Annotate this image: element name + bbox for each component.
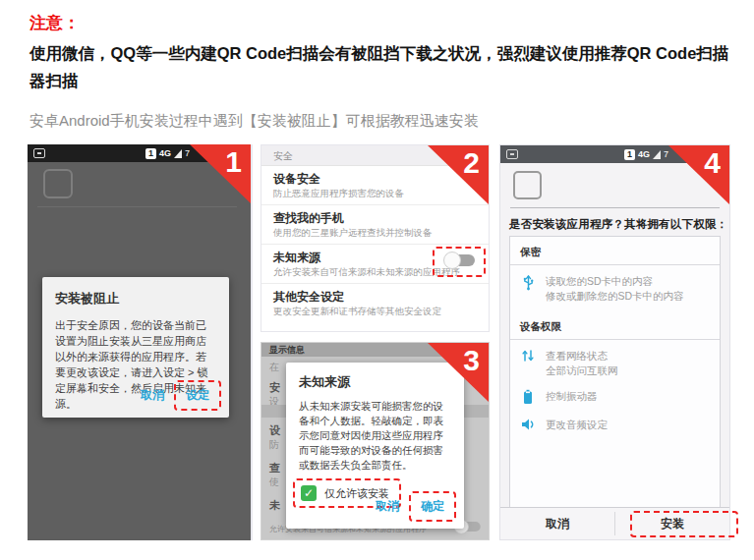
screenshot-step4: 1 4G 7 4 是否安装该应用程序？其将拥有以下权限： 保密 [499, 144, 730, 540]
dialog-buttons: 取消 确定 [366, 491, 456, 522]
setting-title: 查找我的手机 [273, 211, 477, 226]
dimmed-text: 未 [269, 498, 280, 513]
signal-strength-icon [174, 149, 182, 158]
app-icon-placeholder [43, 169, 73, 198]
setting-title: 其他安全设定 [273, 290, 477, 305]
settings-button[interactable]: 设定 [174, 380, 221, 411]
step-number: 1 [225, 145, 242, 178]
divider [510, 207, 720, 208]
setting-row-other-security[interactable]: 其他安全设定 更改安全更新和证书存储等其他安全设定 [261, 284, 489, 322]
app-icon-placeholder [513, 171, 542, 199]
setting-desc: 使用您的三星账户远程查找并控制设备 [273, 227, 477, 239]
install-prompt-title: 是否安装该应用程序？其将拥有以下权限： [509, 217, 727, 232]
cancel-button[interactable]: 取消 [500, 508, 614, 539]
divider [37, 206, 237, 207]
permission-item-storage: 读取您的SD卡中的内容 修改或删除您的SD卡中的内容 [510, 265, 720, 306]
setting-row-find-my-phone[interactable]: 查找我的手机 使用您的三星账户远程查找并控制设备 [261, 205, 489, 245]
dialog-body: 从未知来源安装可能损害您的设备和个人数据。轻敲确定，即表示您同意对因使用这些应用… [299, 399, 451, 473]
permission-item-vibration: 控制振动器 [510, 380, 720, 409]
status-icons: 1 4G 7 [145, 148, 190, 159]
dimmed-text: 查 [269, 461, 280, 476]
tutorial-subtitle: 安卓Android手机安装过程中遇到【安装被阻止】可根据教程迅速安装 [29, 112, 479, 131]
dimmed-text: 防 [269, 438, 279, 452]
network-type-icon: 4G [159, 148, 171, 158]
screenshot-icon [506, 149, 518, 159]
usb-storage-icon [520, 274, 536, 292]
dimmed-text: 使 [269, 476, 279, 489]
confirm-button[interactable]: 确定 [409, 491, 456, 522]
dimmed-text: 安 [269, 380, 280, 395]
install-button-bar: 取消 安装 [500, 507, 729, 539]
section-header-privacy: 保密 [510, 237, 720, 265]
notification-badge: 1 [145, 148, 156, 159]
audio-settings-icon [520, 418, 536, 435]
permission-item-network: 查看网络状态 全部访问互联网 [510, 340, 720, 380]
screenshot-step1: 1 4G 7 1 安装被阻止 出于安全原因，您的设备当前已设置为阻止安装从三星应… [28, 144, 253, 540]
dialog-title: 安装被阻止 [55, 290, 216, 308]
notice-body: 使用微信，QQ等一些内建QR Code扫描会有被阻挡下载之状况，强烈建议使用推荐… [29, 39, 733, 94]
permissions-panel: 保密 读取您的SD卡中的内容 修改或删除您的SD卡中的内容 设备权限 [509, 236, 721, 509]
cancel-button[interactable]: 取消 [131, 382, 174, 409]
permission-item-audio: 更改音频设定 [510, 409, 720, 437]
permission-text: 更改音频设定 [546, 418, 608, 432]
permission-text: 控制振动器 [546, 389, 598, 404]
step-number: 2 [463, 146, 480, 179]
vibration-icon [520, 389, 536, 407]
setting-desc: 更改安全更新和证书存储等其他安全设定 [273, 306, 477, 317]
step-number: 4 [704, 146, 721, 179]
cancel-button[interactable]: 取消 [366, 493, 409, 520]
network-state-icon [520, 349, 536, 366]
dimmed-text: 在 [269, 361, 279, 374]
screenshot-icon [33, 148, 45, 158]
permission-text: 读取您的SD卡中的内容 [546, 274, 684, 289]
notice-title: 注意： [29, 12, 80, 34]
permission-text: 全部访问互联网 [546, 364, 618, 378]
network-type-icon: 4G [638, 149, 650, 159]
notification-badge: 1 [624, 149, 635, 160]
tutorial-page: 注意： 使用微信，QQ等一些内建QR Code扫描会有被阻挡下载之状况，强烈建议… [0, 0, 754, 560]
signal-strength-icon [653, 150, 661, 159]
dialog-buttons: 取消 设定 [131, 380, 221, 411]
unknown-sources-toggle[interactable] [443, 252, 477, 269]
permission-text: 修改或删除您的SD卡中的内容 [546, 289, 684, 304]
status-icons: 1 4G 7 [624, 149, 668, 160]
dimmed-text: 设 [269, 423, 280, 438]
step-number: 3 [463, 344, 480, 376]
install-blocked-dialog: 安装被阻止 出于安全原因，您的设备当前已设置为阻止安装从三星应用商店以外的来源获… [42, 277, 229, 418]
permission-text: 查看网络状态 [546, 349, 618, 364]
section-header-device: 设备权限 [510, 311, 720, 340]
screenshot-step2: 2 安全 设备安全 防止恶意应用程序损害您的设备 查找我的手机 使用您的三星账户… [261, 144, 490, 332]
checkbox-checked-icon[interactable]: ✓ [301, 485, 317, 501]
install-highlight-box [630, 511, 738, 537]
screenshot-step3: 显示信息 3 在 安 设 设 防 查 使 未 允许安装来自可信来源和未知来源的应… [261, 342, 490, 540]
setting-row-unknown-sources[interactable]: 未知来源 允许安装来自可信来源和未知来源的应用程序 [261, 245, 489, 284]
toggle-knob [443, 252, 461, 269]
